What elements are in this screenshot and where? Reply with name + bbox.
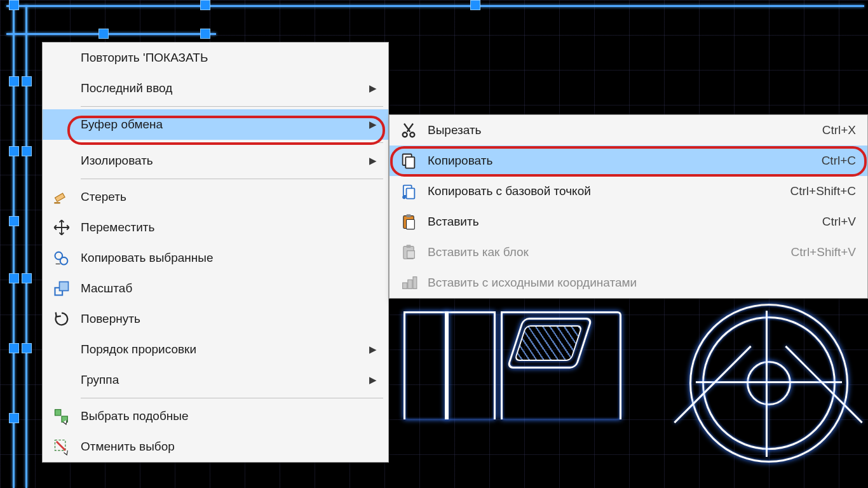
ctx-item-15[interactable]: Выбрать подобные [43, 401, 388, 431]
menu-item-shortcut: Ctrl+V [822, 215, 856, 229]
svg-rect-21 [403, 283, 407, 288]
menu-item-label: Вставить с исходными координатами [428, 276, 856, 290]
clip-item-3[interactable]: ВставитьCtrl+V [390, 207, 867, 237]
menu-item-label: Последний ввод [81, 81, 365, 95]
menu-item-shortcut: Ctrl+C [822, 154, 856, 168]
svg-rect-5 [55, 410, 61, 416]
menu-item-label: Группа [81, 373, 365, 387]
select-similar-icon [43, 407, 81, 425]
ctx-item-9[interactable]: Копировать выбранные [43, 243, 388, 273]
menu-item-label: Копировать [428, 154, 822, 168]
menu-separator [81, 179, 383, 179]
svg-rect-22 [408, 280, 412, 288]
menu-item-shortcut: Ctrl+Shift+C [790, 184, 856, 198]
menu-separator [81, 142, 383, 143]
svg-rect-23 [413, 277, 417, 289]
menu-item-label: Масштаб [81, 281, 365, 295]
menu-item-label: Отменить выбор [81, 440, 365, 454]
clip-item-1[interactable]: КопироватьCtrl+C [390, 146, 867, 176]
deselect-icon [43, 438, 81, 456]
ctx-item-16[interactable]: Отменить выбор [43, 431, 388, 462]
clip-item-5: Вставить с исходными координатами [390, 268, 867, 298]
context-menu-main: Повторить 'ПОКАЗАТЬПоследний ввод▶Буфер … [42, 42, 389, 463]
menu-item-label: Стереть [81, 190, 365, 204]
svg-rect-19 [407, 245, 411, 248]
menu-item-label: Выбрать подобные [81, 409, 365, 423]
menu-item-label: Повторить 'ПОКАЗАТЬ [81, 51, 365, 65]
paste-coords-icon [390, 274, 428, 292]
chevron-right-icon: ▶ [365, 119, 377, 130]
menu-item-label: Переместить [81, 220, 365, 234]
chevron-right-icon: ▶ [365, 83, 377, 94]
menu-item-label: Копировать выбранные [81, 251, 365, 265]
clip-item-2[interactable]: Копировать с базовой точкойCtrl+Shift+C [390, 176, 867, 207]
ctx-item-13[interactable]: Группа▶ [43, 365, 388, 395]
menu-separator [81, 398, 383, 398]
ctx-item-0[interactable]: Повторить 'ПОКАЗАТЬ [43, 43, 388, 73]
move-icon [43, 219, 81, 236]
ctx-item-3[interactable]: Буфер обмена▶ [43, 109, 388, 140]
chevron-right-icon: ▶ [365, 344, 377, 355]
svg-rect-17 [407, 220, 415, 229]
menu-item-shortcut: Ctrl+X [822, 123, 856, 137]
svg-rect-13 [407, 188, 415, 198]
menu-item-label: Вставить как блок [428, 245, 791, 259]
scale-icon [43, 280, 81, 297]
svg-rect-11 [405, 157, 414, 168]
menu-item-label: Повернуть [81, 312, 365, 326]
clip-item-0[interactable]: ВырезатьCtrl+X [390, 115, 867, 146]
ctx-item-8[interactable]: Переместить [43, 212, 388, 243]
svg-rect-16 [407, 214, 411, 217]
menu-item-label: Порядок прорисовки [81, 342, 365, 356]
ctx-item-1[interactable]: Последний ввод▶ [43, 73, 388, 104]
cut-icon [390, 121, 428, 139]
menu-item-label: Буфер обмена [81, 118, 365, 132]
erase-icon [43, 188, 81, 206]
menu-item-label: Копировать с базовой точкой [428, 184, 790, 198]
menu-item-label: Изолировать [81, 154, 365, 168]
chevron-right-icon: ▶ [365, 155, 377, 166]
ctx-item-7[interactable]: Стереть [43, 182, 388, 212]
clip-item-4: Вставить как блокCtrl+Shift+V [390, 237, 867, 268]
svg-point-9 [410, 133, 414, 137]
chevron-right-icon: ▶ [365, 374, 377, 386]
svg-rect-4 [60, 282, 69, 291]
copy-sel-icon [43, 249, 81, 267]
context-submenu-clipboard: ВырезатьCtrl+XКопироватьCtrl+CКопировать… [389, 114, 868, 299]
menu-item-shortcut: Ctrl+Shift+V [791, 245, 856, 259]
rotate-icon [43, 310, 81, 328]
menu-separator [81, 106, 383, 107]
menu-item-label: Вырезать [428, 123, 822, 137]
menu-item-label: Вставить [428, 215, 822, 229]
ctx-item-10[interactable]: Масштаб [43, 273, 388, 304]
copy-base-icon [390, 182, 428, 200]
paste-block-icon [390, 243, 428, 261]
svg-point-14 [402, 196, 406, 200]
svg-rect-0 [55, 193, 65, 201]
svg-point-2 [60, 257, 68, 265]
ctx-item-12[interactable]: Порядок прорисовки▶ [43, 334, 388, 365]
ctx-item-11[interactable]: Повернуть [43, 304, 388, 334]
svg-point-8 [403, 133, 407, 137]
copy-icon [390, 152, 428, 170]
paste-icon [390, 213, 428, 231]
svg-rect-20 [407, 251, 415, 259]
ctx-item-5[interactable]: Изолировать▶ [43, 146, 388, 176]
